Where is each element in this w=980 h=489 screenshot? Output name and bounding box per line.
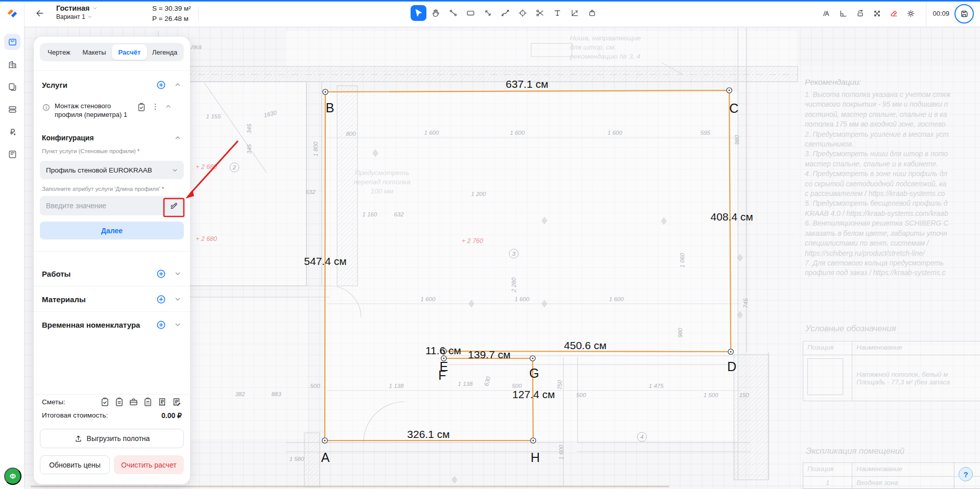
- tab-макеты[interactable]: Макеты: [77, 44, 112, 60]
- plan-stats: S = 30.39 м² P = 26.48 м: [152, 4, 191, 24]
- nav-layouts[interactable]: [4, 79, 20, 95]
- expand-button[interactable]: [174, 321, 182, 329]
- upload-icon: [74, 434, 83, 443]
- rectangle-tool[interactable]: [463, 5, 479, 21]
- vertex-dot: [729, 90, 730, 91]
- chevron-up-icon: [174, 81, 182, 89]
- service-point-label: Пункт услуги (Стеновые профили) *: [42, 148, 140, 154]
- add-service-button[interactable]: [156, 80, 166, 90]
- rotate-tool[interactable]: [852, 6, 868, 21]
- svg-text:1 600: 1 600: [421, 296, 436, 302]
- receipt-ruble-button[interactable]: [157, 397, 168, 407]
- tab-легенда[interactable]: Легенда: [147, 44, 182, 60]
- measurement-label: 450.6 см: [564, 339, 606, 351]
- clipboard-list-icon: [114, 397, 125, 407]
- next-button[interactable]: Далее: [40, 222, 184, 239]
- service-collapse-button[interactable]: [164, 102, 172, 110]
- room-fill: [286, 31, 797, 66]
- angle-chart-tool[interactable]: [567, 5, 583, 21]
- export-canvases-button[interactable]: Выгрузить полотна: [40, 429, 184, 448]
- tab-чертеж[interactable]: Чертеж: [41, 44, 77, 60]
- estimates-row: Сметы:: [42, 395, 182, 408]
- service-item[interactable]: Монтаж стенового профиля (периметра) 1: [42, 102, 182, 119]
- chevron-down-icon: [174, 321, 182, 329]
- eraser-tool[interactable]: [886, 6, 902, 21]
- tab-расчёт[interactable]: Расчёт: [112, 44, 147, 60]
- svg-text:1 600: 1 600: [608, 130, 623, 136]
- vertex-label-C: C: [729, 101, 738, 115]
- curve-tool[interactable]: [497, 5, 513, 21]
- svg-text:500: 500: [310, 383, 320, 389]
- section-материалы[interactable]: Материалы: [42, 287, 182, 311]
- length-input[interactable]: [40, 196, 164, 215]
- service-point-select[interactable]: Профиль стеновой EUROKRAAB: [40, 161, 184, 179]
- scissors-icon: [535, 8, 545, 18]
- clipboard-list-button[interactable]: [114, 397, 125, 407]
- update-prices-button[interactable]: Обновить цены: [40, 455, 110, 474]
- nav-building[interactable]: [4, 56, 20, 72]
- corner-step-icon: [839, 9, 848, 18]
- help-button[interactable]: ?: [959, 467, 973, 481]
- app-logo[interactable]: [6, 7, 19, 20]
- section-временная-номенклатура[interactable]: Временная номенклатура: [42, 312, 182, 337]
- level-mark: + 2 680: [196, 235, 217, 242]
- angle-chart-icon: [570, 8, 580, 18]
- svg-text:1 475: 1 475: [649, 383, 664, 389]
- measure-from-plan-button[interactable]: [164, 196, 184, 215]
- font-angle-tool[interactable]: [819, 6, 834, 21]
- add-button[interactable]: [156, 320, 166, 330]
- ruble-icon: [7, 127, 18, 137]
- pan-tool[interactable]: [428, 5, 444, 21]
- section-работы[interactable]: Работы: [42, 261, 182, 286]
- nav-documents[interactable]: [4, 146, 20, 162]
- settings-tool[interactable]: [903, 6, 919, 21]
- add-button[interactable]: [156, 294, 166, 305]
- cursor-icon: [414, 8, 423, 18]
- service-item-title: Монтаж стенового профиля (периметра) 1: [55, 102, 132, 119]
- nav-plan[interactable]: [4, 34, 20, 50]
- kebab-icon: [151, 102, 160, 111]
- receipt-edit-button[interactable]: [171, 397, 182, 407]
- service-estimate-button[interactable]: [136, 102, 147, 112]
- save-button[interactable]: [954, 4, 974, 23]
- measurement-label: 326.1 см: [407, 428, 449, 440]
- total-value: 0.00 ₽: [161, 411, 182, 420]
- clipboard-check-button[interactable]: [100, 397, 110, 407]
- nav-prices[interactable]: [4, 124, 20, 140]
- segment-tool[interactable]: [445, 5, 461, 21]
- expand-button[interactable]: [174, 295, 182, 303]
- clear-calculation-button[interactable]: Очистить расчет: [114, 455, 184, 474]
- svg-text:1 138: 1 138: [389, 383, 404, 389]
- circled-number-label: 4: [640, 434, 643, 440]
- measure-arrow-tool[interactable]: [480, 5, 496, 21]
- clipboard-check-icon: [136, 102, 147, 112]
- configuration-collapse-button[interactable]: [174, 134, 182, 142]
- add-button[interactable]: [156, 268, 166, 279]
- clipboard-calc-button[interactable]: [142, 397, 153, 407]
- svg-text:1 200: 1 200: [471, 191, 486, 197]
- chevron-down-icon: [174, 295, 182, 303]
- bag-tool[interactable]: [584, 5, 600, 21]
- user-avatar[interactable]: Ф: [4, 468, 21, 485]
- chevron-down-icon: [92, 5, 98, 11]
- select-tool[interactable]: [411, 5, 426, 21]
- expand-button[interactable]: [174, 270, 182, 278]
- nav-nomenclature[interactable]: [4, 101, 20, 117]
- measurement-label: 11.6 см: [425, 345, 461, 356]
- bag-icon: [587, 8, 597, 18]
- building-icon: [7, 59, 18, 70]
- corner-step-tool[interactable]: [835, 6, 851, 21]
- svg-text:345: 345: [246, 124, 252, 134]
- header-divider: [198, 6, 199, 21]
- room-title-dropdown[interactable]: Гостиная: [56, 4, 98, 12]
- back-button[interactable]: [32, 6, 48, 21]
- survey-marker: [452, 476, 457, 483]
- variant-dropdown[interactable]: Вариант 1: [56, 13, 98, 20]
- service-menu-button[interactable]: [151, 102, 160, 111]
- text-tool[interactable]: [549, 5, 565, 21]
- briefcase-button[interactable]: [128, 397, 139, 407]
- target-tool[interactable]: [515, 5, 531, 21]
- expand-tool[interactable]: [869, 6, 885, 21]
- services-collapse-button[interactable]: [174, 81, 182, 89]
- cut-tool[interactable]: [532, 5, 548, 21]
